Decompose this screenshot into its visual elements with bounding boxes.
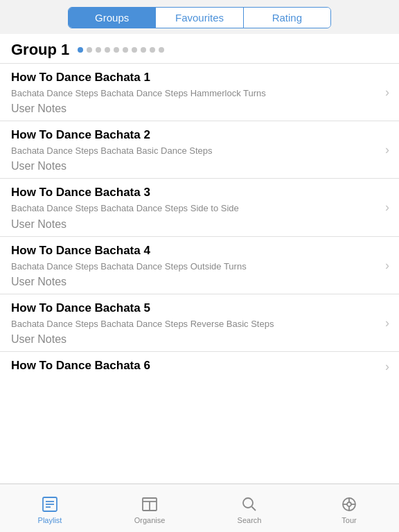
tab-bar: Playlist Organise Search bbox=[0, 484, 399, 532]
list-container: How To Dance Bachata 1Bachata Dance Step… bbox=[0, 63, 399, 381]
list-item-title: How To Dance Bachata 1 bbox=[11, 71, 371, 85]
list-item[interactable]: How To Dance Bachata 2Bachata Dance Step… bbox=[0, 121, 399, 178]
list-item-title: How To Dance Bachata 3 bbox=[11, 186, 371, 200]
list-item-notes: User Notes bbox=[11, 333, 371, 346]
list-item[interactable]: How To Dance Bachata 3Bachata Dance Step… bbox=[0, 178, 399, 236]
list-item-title: How To Dance Bachata 2 bbox=[11, 128, 371, 142]
chevron-right-icon: › bbox=[385, 200, 389, 215]
list-item-notes: User Notes bbox=[11, 276, 371, 288]
group-title: Group 1 bbox=[11, 41, 69, 59]
search-icon bbox=[240, 495, 259, 514]
list-item[interactable]: How To Dance Bachata 5Bachata Dance Step… bbox=[0, 294, 399, 351]
dot-3 bbox=[96, 47, 101, 53]
main-content: Group 1 How To Dance Bachata 1Bachata Da… bbox=[0, 34, 399, 484]
dot-6 bbox=[123, 47, 128, 53]
svg-point-10 bbox=[347, 502, 351, 506]
dot-1 bbox=[78, 47, 83, 53]
list-item-subtitle: Bachata Dance Steps Bachata Dance Steps … bbox=[11, 260, 371, 273]
list-item-title: How To Dance Bachata 4 bbox=[11, 244, 371, 258]
dot-2 bbox=[87, 47, 92, 53]
segment-control: Groups Favourites Rating bbox=[0, 0, 399, 34]
list-item-subtitle: Bachata Dance Steps Bachata Dance Steps … bbox=[11, 202, 371, 215]
dot-9 bbox=[150, 47, 155, 53]
tab-playlist[interactable]: Playlist bbox=[0, 492, 100, 524]
organise-icon bbox=[140, 495, 159, 514]
dot-7 bbox=[132, 47, 137, 53]
list-item-title: How To Dance Bachata 5 bbox=[11, 301, 371, 315]
list-item[interactable]: How To Dance Bachata 4Bachata Dance Step… bbox=[0, 236, 399, 294]
playlist-icon bbox=[40, 495, 60, 514]
segment-favourites[interactable]: Favourites bbox=[156, 8, 243, 28]
tab-search[interactable]: Search bbox=[200, 492, 299, 524]
list-item[interactable]: How To Dance Bachata 6› bbox=[0, 351, 399, 381]
list-item-title: How To Dance Bachata 6 bbox=[11, 359, 371, 373]
list-item[interactable]: How To Dance Bachata 1Bachata Dance Step… bbox=[0, 63, 399, 121]
dot-8 bbox=[141, 47, 146, 53]
list-item-subtitle: Bachata Dance Steps Bachata Dance Steps … bbox=[11, 87, 371, 100]
group-header: Group 1 bbox=[0, 34, 399, 63]
list-item-subtitle: Bachata Dance Steps Bachata Basic Dance … bbox=[11, 145, 371, 157]
segment-rating[interactable]: Rating bbox=[244, 8, 330, 28]
tour-icon bbox=[339, 495, 359, 514]
tab-organise-label: Organise bbox=[134, 516, 166, 524]
tab-organise[interactable]: Organise bbox=[100, 492, 200, 524]
dot-5 bbox=[114, 47, 119, 53]
chevron-right-icon: › bbox=[385, 258, 389, 272]
chevron-right-icon: › bbox=[385, 315, 389, 330]
segment-wrapper: Groups Favourites Rating bbox=[68, 7, 331, 28]
tab-playlist-label: Playlist bbox=[38, 516, 62, 524]
dot-4 bbox=[105, 47, 110, 53]
chevron-right-icon: › bbox=[385, 85, 389, 100]
chevron-right-icon: › bbox=[385, 359, 389, 373]
list-item-notes: User Notes bbox=[11, 218, 371, 231]
dot-indicators bbox=[78, 47, 164, 53]
svg-point-7 bbox=[243, 498, 253, 508]
segment-groups[interactable]: Groups bbox=[69, 8, 156, 28]
dot-10 bbox=[159, 47, 164, 53]
tab-tour[interactable]: Tour bbox=[299, 492, 399, 524]
chevron-right-icon: › bbox=[385, 143, 389, 157]
svg-line-8 bbox=[252, 507, 256, 511]
list-item-subtitle: Bachata Dance Steps Bachata Dance Steps … bbox=[11, 318, 371, 330]
tab-tour-label: Tour bbox=[342, 516, 356, 524]
list-item-notes: User Notes bbox=[11, 103, 371, 115]
list-item-notes: User Notes bbox=[11, 160, 371, 172]
tab-search-label: Search bbox=[238, 516, 262, 524]
